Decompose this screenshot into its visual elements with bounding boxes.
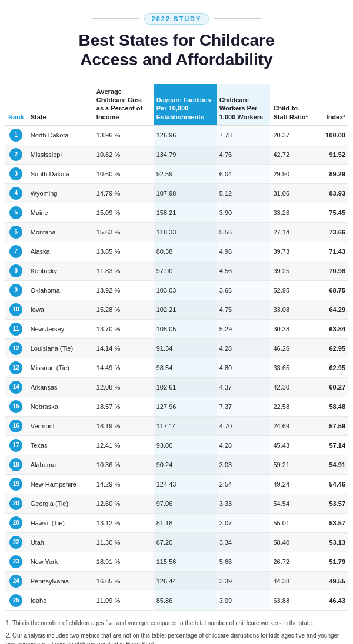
cell-rank: 7 — [5, 242, 28, 261]
cell-daycare: 81.18 — [154, 513, 217, 532]
rank-badge: 11 — [9, 323, 22, 336]
cell-rank: 4 — [5, 183, 28, 203]
cell-state: Texas — [28, 435, 94, 455]
cell-cost: 14.14 % — [94, 338, 154, 358]
cell-cost: 14.79 % — [94, 183, 154, 203]
footnote-1: 1. This is the number of children ages f… — [6, 619, 347, 628]
cell-rank: 11 — [5, 319, 28, 338]
header-section: 2022 STUDY Best States for Childcare Acc… — [0, 0, 353, 84]
cell-rank: 18 — [5, 455, 28, 474]
cell-index: 62.95 — [315, 358, 348, 377]
cell-daycare: 93.00 — [154, 435, 217, 455]
cell-state: New Hampshire — [28, 474, 94, 494]
cell-workers: 3.09 — [217, 591, 271, 610]
cell-ratio: 54.54 — [270, 494, 315, 513]
cell-daycare: 85.86 — [154, 591, 217, 610]
cell-rank: 19 — [5, 474, 28, 494]
cell-index: 49.55 — [315, 571, 348, 591]
col-header-cost: Average Childcare Cost as a Percent of I… — [94, 84, 154, 125]
footnote-2: 2. Our analysis includes two metrics tha… — [6, 631, 347, 644]
cell-cost: 13.12 % — [94, 513, 154, 532]
cell-workers: 5.29 — [217, 319, 271, 338]
cell-cost: 14.49 % — [94, 358, 154, 377]
cell-rank: 24 — [5, 571, 28, 591]
cell-daycare: 102.21 — [154, 300, 217, 319]
cell-daycare: 97.06 — [154, 494, 217, 513]
cell-rank: 20 — [5, 513, 28, 532]
table-row: 22Utah11.30 %67.203.3458.4053.13 — [5, 532, 348, 552]
rankings-table: Rank State Average Childcare Cost as a P… — [5, 84, 348, 611]
rank-badge: 22 — [9, 536, 22, 549]
cell-cost: 13.85 % — [94, 242, 154, 261]
cell-cost: 11.30 % — [94, 532, 154, 552]
cell-state: New York — [28, 552, 94, 571]
cell-state: New Jersey — [28, 319, 94, 338]
table-row: 5Maine15.09 %158.213.9033.2675.45 — [5, 203, 348, 222]
cell-cost: 10.60 % — [94, 164, 154, 183]
cell-index: 46.43 — [315, 591, 348, 610]
table-row: 16Vermont18.19 %117.144.7024.6957.59 — [5, 416, 348, 435]
cell-workers: 4.96 — [217, 242, 271, 261]
cell-state: Arkansas — [28, 377, 94, 397]
cell-cost: 10.82 % — [94, 145, 154, 164]
rank-badge: 15 — [9, 400, 22, 413]
cell-rank: 15 — [5, 397, 28, 416]
cell-rank: 3 — [5, 164, 28, 183]
cell-ratio: 22.58 — [270, 397, 315, 416]
cell-state: Nebraska — [28, 397, 94, 416]
cell-ratio: 42.30 — [270, 377, 315, 397]
rank-badge: 1 — [9, 129, 22, 142]
cell-state: Mississippi — [28, 145, 94, 164]
cell-ratio: 63.88 — [270, 591, 315, 610]
cell-workers: 7.78 — [217, 125, 271, 145]
cell-cost: 15.09 % — [94, 203, 154, 222]
cell-ratio: 39.73 — [270, 242, 315, 261]
rank-badge: 19 — [9, 478, 22, 491]
cell-cost: 11.83 % — [94, 261, 154, 280]
cell-rank: 5 — [5, 203, 28, 222]
cell-workers: 3.03 — [217, 455, 271, 474]
rank-badge: 8 — [9, 264, 22, 277]
rank-badge: 20 — [9, 516, 22, 529]
cell-ratio: 59.21 — [270, 455, 315, 474]
cell-rank: 22 — [5, 532, 28, 552]
cell-index: 73.66 — [315, 222, 348, 242]
cell-daycare: 103.03 — [154, 280, 217, 300]
rank-badge: 12 — [9, 342, 22, 355]
cell-state: Alaska — [28, 242, 94, 261]
cell-cost: 12.60 % — [94, 494, 154, 513]
cell-daycare: 126.44 — [154, 571, 217, 591]
table-wrapper: Rank State Average Childcare Cost as a P… — [0, 84, 353, 611]
cell-ratio: 27.14 — [270, 222, 315, 242]
cell-workers: 4.37 — [217, 377, 271, 397]
cell-rank: 2 — [5, 145, 28, 164]
table-row: 12Missouri (Tie)14.49 %98.544.8033.6562.… — [5, 358, 348, 377]
cell-state: Idaho — [28, 591, 94, 610]
cell-index: 83.93 — [315, 183, 348, 203]
cell-daycare: 118.33 — [154, 222, 217, 242]
cell-workers: 6.04 — [217, 164, 271, 183]
cell-rank: 1 — [5, 125, 28, 145]
cell-state: Georgia (Tie) — [28, 494, 94, 513]
decorative-line-right — [214, 18, 261, 19]
cell-rank: 17 — [5, 435, 28, 455]
col-header-rank: Rank — [5, 84, 28, 125]
col-header-daycare: Daycare Facilities Per 10,000 Establishm… — [154, 84, 217, 125]
rank-badge: 9 — [9, 284, 22, 297]
cell-daycare: 115.56 — [154, 552, 217, 571]
cell-workers: 4.28 — [217, 338, 271, 358]
cell-state: South Dakota — [28, 164, 94, 183]
cell-workers: 3.90 — [217, 203, 271, 222]
rank-badge: 4 — [9, 187, 22, 200]
cell-ratio: 29.90 — [270, 164, 315, 183]
cell-cost: 18.91 % — [94, 552, 154, 571]
cell-cost: 12.08 % — [94, 377, 154, 397]
cell-index: 100.00 — [315, 125, 348, 145]
rank-badge: 16 — [9, 420, 22, 432]
cell-daycare: 67.20 — [154, 532, 217, 552]
cell-workers: 5.12 — [217, 183, 271, 203]
cell-index: 62.95 — [315, 338, 348, 358]
rank-badge: 10 — [9, 303, 22, 316]
cell-rank: 12 — [5, 338, 28, 358]
decorative-line-left — [92, 18, 139, 19]
